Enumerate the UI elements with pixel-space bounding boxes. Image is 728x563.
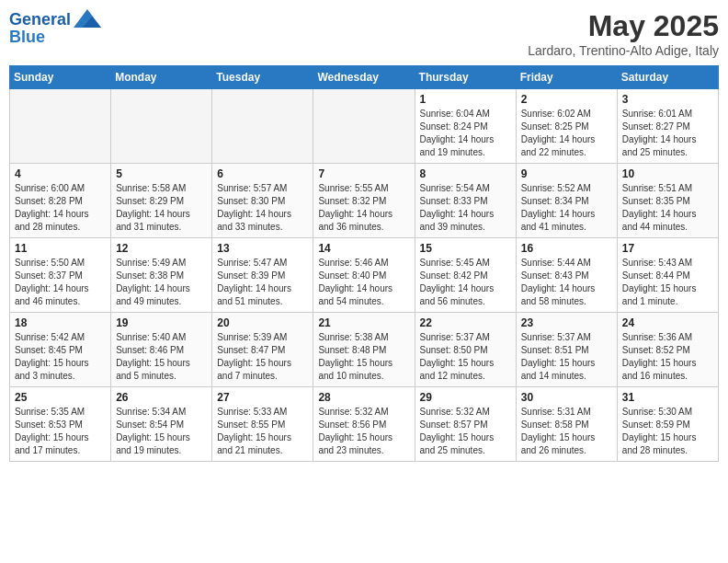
cell-content: Sunrise: 5:45 AMSunset: 8:42 PMDaylight:…	[420, 257, 511, 308]
calendar-cell: 1Sunrise: 6:04 AMSunset: 8:24 PMDaylight…	[415, 89, 516, 164]
calendar-cell: 2Sunrise: 6:02 AMSunset: 8:25 PMDaylight…	[516, 89, 617, 164]
calendar-week-row: 11Sunrise: 5:50 AMSunset: 8:37 PMDayligh…	[10, 238, 719, 313]
day-number: 11	[15, 242, 106, 255]
cell-content: Sunrise: 5:54 AMSunset: 8:33 PMDaylight:…	[420, 182, 511, 234]
cell-content: Sunrise: 6:04 AMSunset: 8:24 PMDaylight:…	[420, 108, 511, 159]
column-header-wednesday: Wednesday	[313, 66, 415, 89]
column-header-monday: Monday	[111, 66, 212, 89]
column-header-tuesday: Tuesday	[212, 66, 313, 89]
day-number: 24	[622, 316, 713, 329]
day-number: 23	[521, 316, 612, 329]
day-number: 30	[521, 391, 612, 404]
calendar-cell: 16Sunrise: 5:44 AMSunset: 8:43 PMDayligh…	[516, 238, 617, 313]
day-number: 22	[420, 316, 511, 329]
cell-content: Sunrise: 5:50 AMSunset: 8:37 PMDaylight:…	[15, 257, 106, 308]
calendar-cell: 11Sunrise: 5:50 AMSunset: 8:37 PMDayligh…	[10, 238, 111, 313]
day-number: 5	[116, 167, 207, 180]
day-number: 25	[15, 391, 106, 404]
calendar-week-row: 18Sunrise: 5:42 AMSunset: 8:45 PMDayligh…	[10, 313, 719, 387]
day-number: 18	[15, 316, 106, 329]
column-header-friday: Friday	[516, 66, 617, 89]
cell-content: Sunrise: 5:33 AMSunset: 8:55 PMDaylight:…	[217, 406, 308, 457]
cell-content: Sunrise: 5:38 AMSunset: 8:48 PMDaylight:…	[318, 331, 409, 383]
cell-content: Sunrise: 5:32 AMSunset: 8:57 PMDaylight:…	[420, 406, 511, 457]
calendar-cell: 26Sunrise: 5:34 AMSunset: 8:54 PMDayligh…	[111, 387, 212, 462]
day-number: 14	[318, 242, 409, 255]
calendar-table: SundayMondayTuesdayWednesdayThursdayFrid…	[9, 65, 719, 462]
day-number: 16	[521, 242, 612, 255]
day-number: 19	[116, 316, 207, 329]
cell-content: Sunrise: 5:37 AMSunset: 8:50 PMDaylight:…	[420, 331, 511, 383]
cell-content: Sunrise: 5:30 AMSunset: 8:59 PMDaylight:…	[622, 406, 713, 457]
cell-content: Sunrise: 5:36 AMSunset: 8:52 PMDaylight:…	[622, 331, 713, 383]
calendar-cell: 5Sunrise: 5:58 AMSunset: 8:29 PMDaylight…	[111, 164, 212, 238]
cell-content: Sunrise: 5:34 AMSunset: 8:54 PMDaylight:…	[116, 406, 207, 457]
page-header: General Blue May 2025 Lardaro, Trentino-…	[9, 9, 719, 58]
title-area: May 2025 Lardaro, Trentino-Alto Adige, I…	[528, 9, 719, 58]
day-number: 31	[622, 391, 713, 404]
day-number: 27	[217, 391, 308, 404]
calendar-cell: 29Sunrise: 5:32 AMSunset: 8:57 PMDayligh…	[415, 387, 516, 462]
cell-content: Sunrise: 6:01 AMSunset: 8:27 PMDaylight:…	[622, 108, 713, 159]
day-number: 8	[420, 167, 511, 180]
day-number: 9	[521, 167, 612, 180]
cell-content: Sunrise: 5:52 AMSunset: 8:34 PMDaylight:…	[521, 182, 612, 234]
calendar-cell	[313, 89, 415, 164]
calendar-cell: 31Sunrise: 5:30 AMSunset: 8:59 PMDayligh…	[617, 387, 718, 462]
calendar-cell	[111, 89, 212, 164]
calendar-cell: 20Sunrise: 5:39 AMSunset: 8:47 PMDayligh…	[212, 313, 313, 387]
location-title: Lardaro, Trentino-Alto Adige, Italy	[528, 43, 719, 58]
cell-content: Sunrise: 5:40 AMSunset: 8:46 PMDaylight:…	[116, 331, 207, 383]
calendar-header-row: SundayMondayTuesdayWednesdayThursdayFrid…	[10, 66, 719, 89]
calendar-cell	[212, 89, 313, 164]
column-header-thursday: Thursday	[415, 66, 516, 89]
calendar-cell: 14Sunrise: 5:46 AMSunset: 8:40 PMDayligh…	[313, 238, 415, 313]
calendar-cell: 21Sunrise: 5:38 AMSunset: 8:48 PMDayligh…	[313, 313, 415, 387]
calendar-cell: 22Sunrise: 5:37 AMSunset: 8:50 PMDayligh…	[415, 313, 516, 387]
day-number: 6	[217, 167, 308, 180]
calendar-cell: 19Sunrise: 5:40 AMSunset: 8:46 PMDayligh…	[111, 313, 212, 387]
calendar-cell: 13Sunrise: 5:47 AMSunset: 8:39 PMDayligh…	[212, 238, 313, 313]
cell-content: Sunrise: 5:58 AMSunset: 8:29 PMDaylight:…	[116, 182, 207, 234]
day-number: 20	[217, 316, 308, 329]
day-number: 26	[116, 391, 207, 404]
column-header-sunday: Sunday	[10, 66, 111, 89]
calendar-cell: 15Sunrise: 5:45 AMSunset: 8:42 PMDayligh…	[415, 238, 516, 313]
cell-content: Sunrise: 5:49 AMSunset: 8:38 PMDaylight:…	[116, 257, 207, 308]
cell-content: Sunrise: 6:02 AMSunset: 8:25 PMDaylight:…	[521, 108, 612, 159]
cell-content: Sunrise: 5:32 AMSunset: 8:56 PMDaylight:…	[318, 406, 409, 457]
calendar-cell: 8Sunrise: 5:54 AMSunset: 8:33 PMDaylight…	[415, 164, 516, 238]
day-number: 2	[521, 93, 612, 106]
calendar-cell: 7Sunrise: 5:55 AMSunset: 8:32 PMDaylight…	[313, 164, 415, 238]
day-number: 28	[318, 391, 409, 404]
cell-content: Sunrise: 6:00 AMSunset: 8:28 PMDaylight:…	[15, 182, 106, 234]
calendar-cell: 24Sunrise: 5:36 AMSunset: 8:52 PMDayligh…	[617, 313, 718, 387]
day-number: 12	[116, 242, 207, 255]
day-number: 29	[420, 391, 511, 404]
cell-content: Sunrise: 5:37 AMSunset: 8:51 PMDaylight:…	[521, 331, 612, 383]
cell-content: Sunrise: 5:39 AMSunset: 8:47 PMDaylight:…	[217, 331, 308, 383]
calendar-cell: 3Sunrise: 6:01 AMSunset: 8:27 PMDaylight…	[617, 89, 718, 164]
calendar-cell: 10Sunrise: 5:51 AMSunset: 8:35 PMDayligh…	[617, 164, 718, 238]
day-number: 15	[420, 242, 511, 255]
calendar-cell: 9Sunrise: 5:52 AMSunset: 8:34 PMDaylight…	[516, 164, 617, 238]
calendar-cell: 4Sunrise: 6:00 AMSunset: 8:28 PMDaylight…	[10, 164, 111, 238]
cell-content: Sunrise: 5:46 AMSunset: 8:40 PMDaylight:…	[318, 257, 409, 308]
logo: General Blue	[9, 9, 101, 47]
day-number: 3	[622, 93, 713, 106]
day-number: 10	[622, 167, 713, 180]
day-number: 1	[420, 93, 511, 106]
cell-content: Sunrise: 5:35 AMSunset: 8:53 PMDaylight:…	[15, 406, 106, 457]
month-title: May 2025	[528, 9, 719, 43]
day-number: 13	[217, 242, 308, 255]
cell-content: Sunrise: 5:47 AMSunset: 8:39 PMDaylight:…	[217, 257, 308, 308]
calendar-week-row: 1Sunrise: 6:04 AMSunset: 8:24 PMDaylight…	[10, 89, 719, 164]
cell-content: Sunrise: 5:42 AMSunset: 8:45 PMDaylight:…	[15, 331, 106, 383]
calendar-cell	[10, 89, 111, 164]
logo-icon	[74, 9, 101, 31]
calendar-cell: 18Sunrise: 5:42 AMSunset: 8:45 PMDayligh…	[10, 313, 111, 387]
cell-content: Sunrise: 5:44 AMSunset: 8:43 PMDaylight:…	[521, 257, 612, 308]
day-number: 7	[318, 167, 409, 180]
calendar-cell: 12Sunrise: 5:49 AMSunset: 8:38 PMDayligh…	[111, 238, 212, 313]
cell-content: Sunrise: 5:31 AMSunset: 8:58 PMDaylight:…	[521, 406, 612, 457]
